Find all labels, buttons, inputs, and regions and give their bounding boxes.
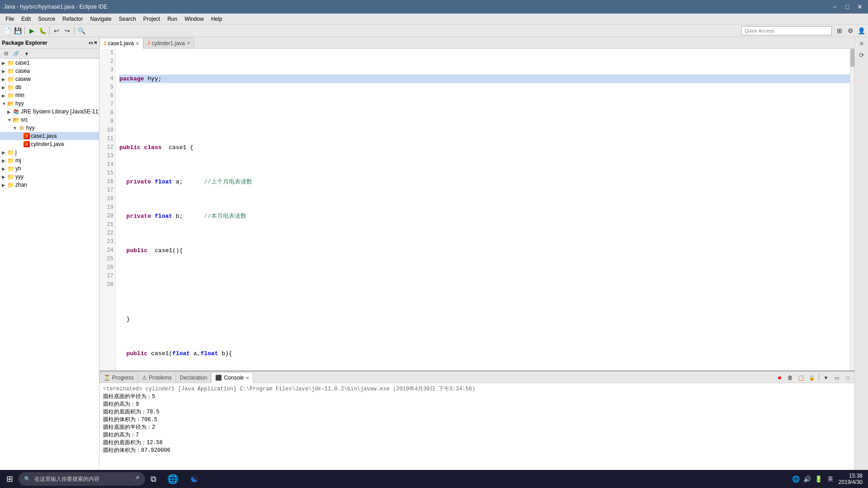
tab-case1-java[interactable]: J case1.java ✕ <box>99 38 143 49</box>
search-microphone-icon: 🔍 <box>24 476 31 482</box>
quick-access-label: Quick Access <box>745 28 774 33</box>
tree-item-db[interactable]: ▶ 📁 db <box>0 83 99 91</box>
tree-item-casew[interactable]: ▶ 📁 casew <box>0 75 99 83</box>
pe-close-icon[interactable]: ✕ <box>94 40 97 45</box>
folder-icon-yh: 📁 <box>7 165 14 172</box>
tree-item-case1-java[interactable]: J case1.java <box>0 132 99 140</box>
menu-project[interactable]: Project <box>140 15 164 23</box>
tree-item-hyy[interactable]: ▼ 📂 hyy <box>0 99 99 108</box>
menu-run[interactable]: Run <box>164 15 181 23</box>
tree-item-case1[interactable]: ▶ 📁 case1 <box>0 59 99 67</box>
start-button[interactable]: ⊞ <box>2 471 18 487</box>
taskbar-date: 2019/4/30 <box>839 479 863 485</box>
console-content[interactable]: <terminated> cylinder1 [Java Application… <box>99 383 854 470</box>
editor-scrollbar-thumb[interactable] <box>850 49 854 67</box>
new-button[interactable]: 📄 <box>2 26 12 36</box>
toolbar-icon-1[interactable]: ⊞ <box>835 26 844 36</box>
label-hhh: hhh <box>15 92 24 99</box>
right-icon-tasks[interactable]: ≡ <box>856 38 867 49</box>
tree-item-hyy-pkg[interactable]: ▼ ⊞ hyy <box>0 124 99 132</box>
console-line-6: 圆柱的高为：7 <box>103 431 851 439</box>
console-view-menu[interactable]: ▼ <box>821 373 831 383</box>
console-scroll-lock[interactable]: 🔒 <box>807 373 817 383</box>
tab-progress[interactable]: ⏳ Progress <box>99 372 138 383</box>
ln-14: 14 <box>99 160 113 169</box>
pe-view-menu[interactable]: ▼ <box>22 49 32 59</box>
console-terminate[interactable]: ■ <box>774 373 784 383</box>
tab-cylinder1-java[interactable]: J cylinder1.java ✕ <box>143 38 194 48</box>
label-yh: yh <box>15 165 21 172</box>
tab-label-case1: case1.java <box>108 40 134 47</box>
taskbar-app-eclipse[interactable]: ☯ <box>185 471 204 487</box>
ln-1: 1 <box>99 49 113 57</box>
tab-declaration[interactable]: Declaration <box>176 372 212 383</box>
tab-problems[interactable]: ⚠ Problems <box>138 372 176 383</box>
undo-button[interactable]: ↩ <box>52 26 61 36</box>
right-icon-sync[interactable]: ⟳ <box>856 50 867 61</box>
pe-minimize-icon[interactable]: ▭ <box>89 40 93 45</box>
bottom-minimize[interactable]: ▭ <box>832 373 842 383</box>
menu-search[interactable]: Search <box>115 15 140 23</box>
tab-close-case1[interactable]: ✕ <box>136 41 139 46</box>
pe-toolbar: ⊟ 🔗 ▼ <box>0 49 99 59</box>
arrow-yh: ▶ <box>2 166 7 171</box>
tree-item-yyy[interactable]: ▶ 📁 yyy <box>0 173 99 181</box>
ln-23: 23 <box>99 238 113 246</box>
arrow-casea: ▶ <box>2 69 7 74</box>
menu-help[interactable]: Help <box>208 15 226 23</box>
tab-close-cylinder1[interactable]: ✕ <box>187 41 190 46</box>
bottom-maximize[interactable]: □ <box>843 373 853 383</box>
menu-navigate[interactable]: Navigate <box>86 15 115 23</box>
systray-volume[interactable]: 🔊 <box>803 475 811 483</box>
tree-item-j[interactable]: ▶ 📁 j <box>0 148 99 156</box>
pe-collapse-all[interactable]: ⊟ <box>1 49 11 59</box>
maximize-button[interactable]: □ <box>843 2 852 11</box>
toolbar-icon-3[interactable]: 👤 <box>856 26 866 36</box>
tree-item-mj[interactable]: ▶ 📁 mj <box>0 156 99 164</box>
search-button[interactable]: 🔍 <box>76 26 86 36</box>
tree-item-src[interactable]: ▼ 📂 src <box>0 116 99 124</box>
progress-tab-icon: ⏳ <box>104 375 110 381</box>
taskbar-lang[interactable]: 英 <box>826 475 835 483</box>
console-clear[interactable]: 🗑 <box>785 373 795 383</box>
menu-edit[interactable]: Edit <box>18 15 34 23</box>
bottom-tabs: ⏳ Progress ⚠ Problems Declaration ⬛ Cons… <box>99 371 854 383</box>
menu-file[interactable]: File <box>2 15 18 23</box>
close-button[interactable]: ✕ <box>855 2 864 11</box>
tree-item-zhan[interactable]: ▶ 📁 zhan <box>0 181 99 189</box>
menu-source[interactable]: Source <box>34 15 59 23</box>
console-line-8: 圆柱的体积为：87.920006 <box>103 446 851 454</box>
taskbar-app-chrome[interactable]: 🌐 <box>162 471 184 487</box>
debug-button[interactable]: 🐛 <box>38 26 47 36</box>
tab-close-console[interactable]: ✕ <box>245 375 249 380</box>
tree-item-yh[interactable]: ▶ 📁 yh <box>0 164 99 173</box>
tab-console[interactable]: ⬛ Console ✕ <box>211 372 253 383</box>
tree-item-jre[interactable]: ▶ 📚 JRE System Library [JavaSE-11] <box>0 108 99 116</box>
ln-10: 10 <box>99 126 113 135</box>
console-line-2: 圆柱的高为：9 <box>103 400 851 408</box>
menu-refactor[interactable]: Refactor <box>59 15 86 23</box>
run-button[interactable]: ▶ <box>27 26 37 36</box>
taskbar-search[interactable]: 🔍 在这里输入你要搜索的内容 🎤 <box>19 472 145 486</box>
console-copy[interactable]: 📋 <box>796 373 806 383</box>
minimize-button[interactable]: − <box>830 2 839 11</box>
pe-link-editor[interactable]: 🔗 <box>11 49 21 59</box>
task-view-button[interactable]: ⧉ <box>146 471 161 487</box>
taskbar-search-mic[interactable]: 🎤 <box>133 476 140 482</box>
tree-item-casea[interactable]: ▶ 📁 casea <box>0 67 99 75</box>
save-button[interactable]: 💾 <box>13 26 23 36</box>
folder-icon-casea: 📁 <box>7 67 14 75</box>
toolbar-icon-2[interactable]: ⚙ <box>845 26 855 36</box>
menu-window[interactable]: Window <box>181 15 208 23</box>
systray-network[interactable]: 🌐 <box>792 475 800 483</box>
systray-battery[interactable]: 🔋 <box>815 475 822 483</box>
code-area[interactable]: package hyy; public class case1 { privat… <box>116 49 850 371</box>
quick-access-box[interactable]: Quick Access <box>741 26 832 35</box>
tree-item-hhh[interactable]: ▶ 📁 hhh <box>0 91 99 99</box>
tree-item-cylinder1-java[interactable]: J cylinder1.java <box>0 140 99 148</box>
label-casea: casea <box>15 68 30 74</box>
redo-button[interactable]: ↪ <box>62 26 72 36</box>
ln-6: 6 <box>99 92 113 100</box>
editor-scrollbar[interactable] <box>850 49 854 371</box>
folder-icon-mj: 📁 <box>7 157 14 164</box>
